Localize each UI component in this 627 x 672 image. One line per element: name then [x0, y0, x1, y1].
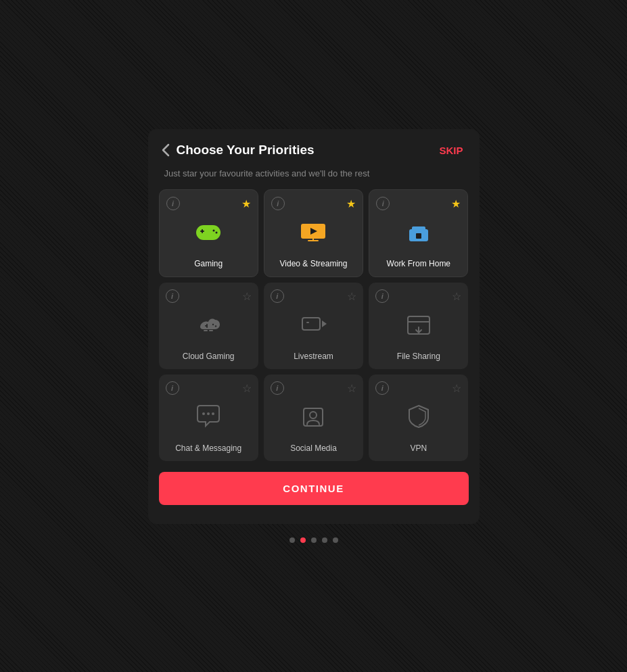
svg-rect-14	[209, 330, 213, 331]
info-icon-file[interactable]: i	[375, 289, 389, 303]
subtitle: Just star your favourite activities and …	[148, 168, 480, 189]
star-chat[interactable]: ☆	[242, 382, 252, 395]
star-vpn[interactable]: ☆	[452, 382, 461, 395]
info-icon-vpn[interactable]: i	[375, 381, 389, 395]
info-icon-chat[interactable]: i	[166, 381, 179, 395]
svg-point-27	[310, 412, 317, 418]
card-gaming[interactable]: i ★ Gaming	[159, 189, 258, 277]
card-vpn[interactable]: i ☆ VPN	[369, 375, 468, 461]
card-video-streaming[interactable]: i ★ Video & Streaming	[264, 189, 363, 277]
work-from-home-label: Work From Home	[387, 259, 450, 268]
info-icon-cloud[interactable]: i	[166, 289, 179, 303]
back-button[interactable]	[162, 143, 170, 157]
info-icon-social[interactable]: i	[271, 381, 284, 395]
cloud-gaming-icon	[191, 307, 226, 345]
social-media-label: Social Media	[290, 443, 337, 453]
svg-rect-8	[312, 239, 314, 241]
gaming-icon	[191, 214, 226, 252]
header-left: Choose Your Priorities	[162, 143, 315, 158]
header: Choose Your Priorities SKIP	[148, 129, 480, 168]
svg-point-25	[212, 412, 214, 415]
svg-rect-2	[202, 229, 203, 233]
svg-rect-11	[416, 233, 421, 239]
info-icon-live[interactable]: i	[271, 289, 284, 303]
pagination-dots	[289, 537, 338, 543]
star-file[interactable]: ☆	[452, 290, 461, 303]
continue-button[interactable]: CONTINUE	[159, 472, 469, 505]
svg-point-4	[216, 232, 218, 234]
svg-marker-20	[322, 320, 327, 327]
skip-button[interactable]: SKIP	[439, 145, 463, 156]
svg-rect-26	[304, 408, 323, 426]
svg-point-18	[215, 325, 216, 327]
modal-wrapper: Choose Your Priorities SKIP Just star yo…	[148, 129, 480, 543]
star-live[interactable]: ☆	[347, 290, 356, 303]
svg-rect-19	[302, 318, 320, 330]
vpn-label: VPN	[410, 443, 427, 453]
star-social[interactable]: ☆	[347, 382, 356, 395]
card-chat-messaging[interactable]: i ☆ Chat & Messaging	[159, 375, 258, 461]
card-livestream[interactable]: i ☆ Livestream	[264, 283, 363, 369]
chat-messaging-icon	[191, 399, 226, 437]
work-from-home-icon	[401, 214, 436, 252]
svg-rect-13	[204, 330, 208, 331]
page-title: Choose Your Priorities	[177, 143, 315, 158]
video-streaming-icon	[296, 214, 331, 252]
livestream-label: Livestream	[294, 352, 333, 361]
vpn-icon	[401, 399, 436, 437]
dot-4	[322, 537, 327, 543]
priority-grid: i ★ Gaming i ★	[148, 189, 480, 461]
gaming-label: Gaming	[194, 259, 223, 268]
video-streaming-label: Video & Streaming	[280, 259, 348, 268]
star-video[interactable]: ★	[346, 197, 356, 210]
dot-3	[311, 537, 317, 543]
svg-rect-16	[206, 324, 208, 328]
file-sharing-icon	[401, 307, 436, 345]
svg-rect-21	[306, 322, 309, 323]
card-file-sharing[interactable]: i ☆ File Sharing	[369, 283, 468, 369]
card-work-from-home[interactable]: i ★ Work From Home	[369, 189, 468, 277]
cloud-gaming-label: Cloud Gaming	[183, 352, 235, 361]
modal: Choose Your Priorities SKIP Just star yo…	[148, 129, 480, 524]
card-cloud-gaming[interactable]: i ☆ Cloud Gaming	[159, 283, 258, 369]
social-media-icon	[296, 399, 331, 437]
svg-point-23	[202, 412, 205, 415]
dot-5	[333, 537, 338, 543]
svg-rect-10	[412, 226, 425, 231]
star-cloud[interactable]: ☆	[242, 290, 252, 303]
info-icon-gaming[interactable]: i	[166, 197, 180, 210]
file-sharing-label: File Sharing	[397, 352, 440, 361]
dot-1	[289, 537, 295, 543]
svg-point-3	[213, 230, 215, 232]
card-social-media[interactable]: i ☆ Social Media	[264, 375, 363, 461]
star-wfh[interactable]: ★	[451, 197, 461, 210]
info-icon-wfh[interactable]: i	[376, 197, 390, 210]
info-icon-video[interactable]: i	[271, 197, 285, 210]
star-gaming[interactable]: ★	[241, 197, 251, 210]
dot-2	[300, 537, 306, 543]
chat-messaging-label: Chat & Messaging	[175, 443, 241, 453]
svg-point-17	[212, 324, 214, 325]
svg-point-24	[207, 412, 210, 415]
livestream-icon	[296, 307, 331, 345]
